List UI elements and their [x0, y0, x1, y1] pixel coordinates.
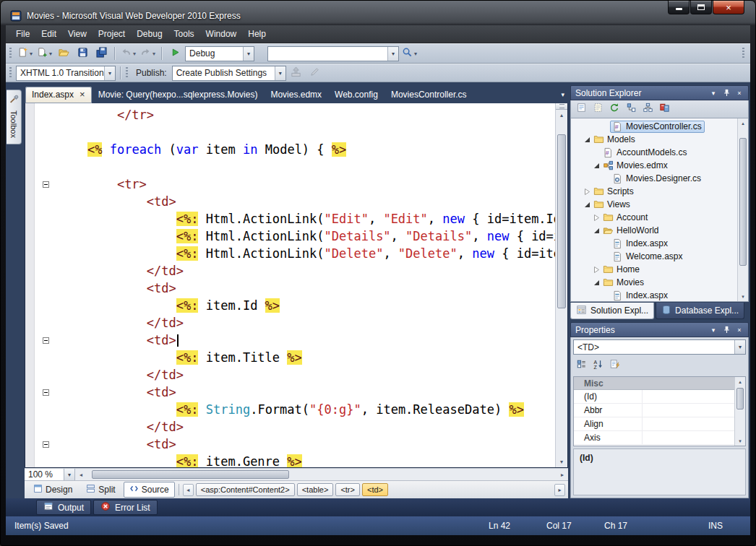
property-row-align[interactable]: Align [574, 417, 734, 431]
pin-icon[interactable] [722, 326, 731, 334]
expand-arrow-icon[interactable] [593, 266, 601, 273]
add-new-item-button[interactable]: ▾ [35, 46, 53, 61]
toolbar-grip[interactable] [126, 67, 128, 79]
code-area[interactable]: </tr> <% foreach (var item in Model) { %… [58, 103, 555, 467]
copy-web-site-button[interactable] [658, 103, 671, 116]
chevron-down-icon[interactable]: ▾ [734, 340, 745, 354]
splitter-grip[interactable] [556, 103, 567, 110]
breadcrumb-tag-tr[interactable]: <tr> [335, 483, 360, 496]
save-button[interactable] [74, 46, 91, 61]
properties-header[interactable]: Properties ▾ × [570, 322, 749, 337]
scrollbar-track[interactable] [735, 386, 745, 436]
chevron-down-icon[interactable]: ▾ [709, 326, 718, 334]
save-all-button[interactable] [93, 46, 110, 61]
edit-publish-button[interactable] [306, 65, 324, 81]
tab-web-config[interactable]: Web.config [328, 87, 385, 103]
tree-item-moviescontroller-cs[interactable]: #MoviesController.cs [571, 120, 737, 133]
title-bar[interactable]: Movies - Microsoft Visual Web Developer … [6, 1, 750, 25]
scroll-up-icon[interactable]: ▴ [738, 118, 748, 128]
chevron-down-icon[interactable]: ▾ [243, 47, 254, 61]
fold-collapse-icon[interactable] [43, 441, 49, 448]
toolbox-tab[interactable]: Toolbox [7, 90, 22, 144]
fold-collapse-icon[interactable] [43, 389, 49, 396]
solution-explorer-header[interactable]: Solution Explorer ▾ × [570, 85, 749, 100]
panel-tab-solution-expl[interactable]: Solution Expl... [570, 303, 654, 319]
scrollbar-thumb[interactable] [736, 388, 744, 410]
tag-nav-back-icon[interactable]: ◂ [183, 484, 194, 496]
find-combo[interactable]: ▾ [267, 46, 399, 61]
code-editor[interactable]: </tr> <% foreach (var item in Model) { %… [25, 103, 568, 468]
split-view-button[interactable]: Split [80, 482, 121, 498]
close-tab-icon[interactable]: × [80, 91, 85, 98]
tab-moviescontroller-cs[interactable]: MoviesController.cs [385, 87, 473, 103]
menu-file[interactable]: File [10, 26, 35, 42]
toolbar-overflow-grip[interactable] [742, 48, 744, 59]
scroll-left-icon[interactable]: ◂ [75, 469, 87, 480]
property-row-abbr[interactable]: Abbr [574, 404, 734, 417]
collapse-arrow-icon[interactable] [593, 162, 601, 169]
view-class-diagram-button[interactable] [641, 103, 654, 116]
scroll-up-icon[interactable]: ▴ [735, 377, 745, 386]
app-icon[interactable] [10, 10, 22, 22]
alphabetical-button[interactable]: AZ [591, 359, 604, 372]
collapse-arrow-icon[interactable] [593, 228, 601, 234]
scrollbar-track[interactable] [87, 469, 557, 480]
tree-item-movies-designer-cs[interactable]: Movies.Designer.cs [571, 172, 737, 185]
expand-arrow-icon[interactable] [583, 188, 591, 195]
tab-index-aspx[interactable]: Index.aspx× [25, 87, 92, 103]
maximize-button[interactable] [690, 1, 712, 14]
tree-item-accountmodels-cs[interactable]: #AccountModels.cs [571, 146, 737, 159]
tab-movie-query-hexpo-sqlexpress-movies[interactable]: Movie: Query(hexpo...sqlexpress.Movies) [92, 87, 265, 103]
show-all-files-button[interactable] [591, 103, 604, 116]
menu-tools[interactable]: Tools [168, 26, 200, 42]
bottom-tab-error-list[interactable]: Error List [93, 500, 158, 515]
scroll-down-icon[interactable]: ▾ [738, 292, 748, 301]
categorized-button[interactable] [575, 359, 588, 372]
scrollbar-thumb[interactable] [557, 134, 566, 309]
menu-help[interactable]: Help [242, 26, 272, 42]
properties-window-button[interactable] [575, 103, 588, 116]
property-row-axis[interactable]: Axis [574, 431, 734, 445]
chevron-down-icon[interactable]: ▾ [709, 90, 718, 97]
publish-profile-combo[interactable]: Create Publish Settings ▾ [172, 66, 286, 81]
tab-list-chevron-icon[interactable]: ▾ [561, 91, 564, 98]
chevron-down-icon[interactable]: ▾ [387, 47, 398, 61]
panel-tab-database-expl[interactable]: Database Expl... [656, 303, 744, 319]
property-row-id[interactable]: (Id) [574, 390, 734, 404]
pin-icon[interactable] [722, 89, 731, 97]
close-icon[interactable]: × [735, 90, 744, 97]
nest-related-files-button[interactable] [624, 103, 637, 116]
menu-debug[interactable]: Debug [131, 26, 168, 42]
chevron-down-icon[interactable]: ▾ [104, 66, 115, 80]
doctype-combo[interactable]: XHTML 1.0 Transition ▾ [16, 66, 116, 81]
tree-item-home[interactable]: Home [571, 263, 737, 276]
scrollbar-thumb[interactable] [92, 470, 289, 479]
solution-configurations-combo[interactable]: Debug ▾ [185, 46, 254, 61]
chevron-down-icon[interactable]: ▾ [64, 469, 74, 480]
open-file-button[interactable] [55, 46, 72, 61]
minimize-button[interactable] [668, 1, 690, 14]
chevron-down-icon[interactable]: ▾ [275, 66, 285, 80]
collapse-arrow-icon[interactable] [593, 280, 601, 286]
tag-nav-forward-icon[interactable]: ▸ [554, 484, 565, 496]
tab-movies-edmx[interactable]: Movies.edmx [264, 87, 328, 103]
close-icon[interactable]: × [735, 326, 744, 334]
scroll-right-icon[interactable]: ▸ [557, 469, 568, 480]
tree-item-models[interactable]: Models [571, 133, 737, 146]
scrollbar-track[interactable] [738, 128, 748, 292]
tree-item-movies[interactable]: Movies [571, 276, 737, 289]
menu-project[interactable]: Project [93, 26, 131, 42]
object-selector-combo[interactable]: <TD> ▾ [573, 339, 746, 355]
tree-item-account[interactable]: Account [571, 211, 737, 224]
property-pages-button[interactable] [608, 359, 621, 372]
menu-window[interactable]: Window [200, 26, 243, 42]
collapse-arrow-icon[interactable] [583, 136, 591, 143]
bottom-tab-output[interactable]: Output [36, 500, 91, 515]
tree-item-scripts[interactable]: Scripts [571, 185, 737, 198]
tree-item-views[interactable]: Views [571, 198, 737, 211]
menu-edit[interactable]: Edit [35, 26, 62, 42]
scrollbar-thumb[interactable] [739, 138, 747, 266]
tree-item-index-aspx[interactable]: Index.aspx [571, 289, 737, 302]
design-view-button[interactable]: Design [27, 482, 78, 498]
expand-arrow-icon[interactable] [593, 214, 601, 221]
